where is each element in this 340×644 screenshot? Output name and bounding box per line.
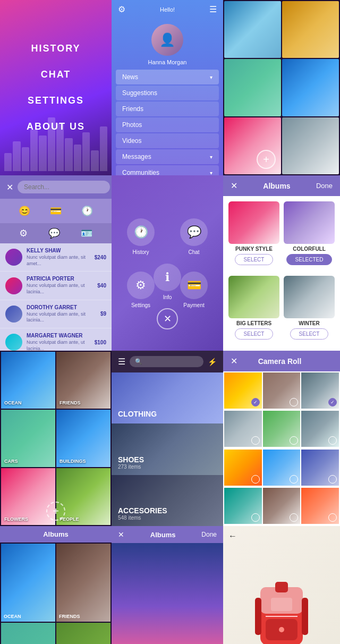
- add-category-button[interactable]: +: [46, 502, 65, 521]
- cat-flowers[interactable]: FLOWERS: [1, 468, 55, 525]
- cam-select-1[interactable]: ✓: [251, 398, 260, 406]
- cam-photo-2[interactable]: [263, 372, 301, 409]
- avatar: 👤: [151, 24, 183, 56]
- card-icon[interactable]: 💳: [50, 205, 62, 217]
- albums-close-icon[interactable]: ✕: [231, 181, 237, 191]
- cam-photo-6[interactable]: [301, 411, 339, 447]
- cat-cars[interactable]: CARS: [1, 410, 55, 467]
- cam-photo-5[interactable]: [263, 411, 301, 447]
- camera-close-icon[interactable]: ✕: [231, 356, 237, 366]
- cam-select-12[interactable]: [328, 513, 337, 522]
- clothing-panel: ☰ 🔍 ⚡ CLOTHING SHOES 273 items ACCESORIE…: [112, 351, 223, 526]
- back-arrow-icon[interactable]: ←: [228, 531, 237, 541]
- hamburger-icon[interactable]: ☰: [118, 357, 125, 367]
- cam-select-7[interactable]: [251, 475, 260, 484]
- menu-item-history[interactable]: HISTORY: [31, 43, 80, 54]
- clothing-item-accesories[interactable]: ACCESORIES 548 items: [112, 475, 223, 526]
- nav-item-videos[interactable]: Videos: [116, 133, 219, 148]
- cam-select-8[interactable]: [290, 475, 298, 484]
- cat-buildings[interactable]: BUILDINGS: [56, 410, 110, 467]
- album-thumb-punky[interactable]: [228, 201, 279, 244]
- album-select-winter[interactable]: SELECT: [290, 328, 329, 340]
- album-small-ocean[interactable]: OCEAN: [1, 544, 55, 622]
- clothing-item-clothing[interactable]: CLOTHING: [112, 372, 223, 423]
- nav-item-suggestions[interactable]: Suggestions: [116, 86, 219, 100]
- album-thumb-colorfull[interactable]: [284, 201, 335, 244]
- chat-icon[interactable]: 💬: [48, 227, 60, 239]
- nav-item-communities[interactable]: Communities ▾: [116, 165, 219, 175]
- photo-woman[interactable]: [282, 117, 339, 174]
- nav-item-news[interactable]: News ▾: [116, 70, 219, 84]
- albums-done-button[interactable]: Done: [316, 182, 333, 190]
- cam-select-3[interactable]: ✓: [328, 398, 337, 406]
- cam-photo-10[interactable]: [224, 488, 262, 524]
- cam-select-2[interactable]: [290, 398, 298, 406]
- photo-cherry[interactable]: +: [224, 117, 281, 174]
- msg-item-patricia[interactable]: PATRICIA PORTER Nunc volutpat diam ante,…: [0, 272, 112, 300]
- cam-photo-3[interactable]: ✓: [301, 372, 339, 409]
- cam-select-4[interactable]: [251, 436, 260, 445]
- cat-people[interactable]: PEOPLE: [56, 468, 110, 525]
- cam-photo-4[interactable]: [224, 411, 262, 447]
- clothing-item-shoes[interactable]: SHOES 273 items: [112, 423, 223, 474]
- album-small-cars[interactable]: [1, 623, 55, 645]
- cam-photo-8[interactable]: [263, 450, 301, 486]
- msg-item-margaret[interactable]: MARGARET WAGNER Nunc volutpat diam ante,…: [0, 328, 112, 351]
- smiley-icon[interactable]: 😊: [19, 205, 30, 217]
- sunset-done-button[interactable]: Done: [201, 531, 217, 538]
- chart-area: [0, 112, 112, 175]
- clock-icon[interactable]: 🕐: [81, 205, 93, 217]
- cam-photo-9[interactable]: [301, 450, 339, 486]
- menu-item-chat[interactable]: CHAT: [41, 69, 71, 80]
- album-select-punky[interactable]: SELECT: [235, 254, 274, 265]
- cam-select-6[interactable]: [328, 436, 337, 445]
- cat-ocean[interactable]: OCEAN: [1, 352, 55, 409]
- album-select-bigletters[interactable]: SELECT: [235, 328, 274, 340]
- clothing-search[interactable]: 🔍: [130, 356, 203, 367]
- settings-icon[interactable]: ⚙: [118, 4, 125, 14]
- album-thumb-bigletters[interactable]: [228, 276, 279, 318]
- photo-lines[interactable]: [282, 59, 339, 116]
- radial-chat[interactable]: 💬 Chat: [173, 215, 215, 258]
- filter-icon[interactable]: ⚡: [208, 358, 217, 366]
- gear-icon[interactable]: ⚙: [19, 227, 28, 239]
- photo-grid: +: [223, 0, 340, 175]
- add-photo-button[interactable]: +: [257, 150, 276, 169]
- cam-photo-7[interactable]: [224, 450, 262, 486]
- msg-item-dorothy[interactable]: DOROTHY GARRET Nunc volutpat diam ante, …: [0, 300, 112, 328]
- radial-history[interactable]: 🕐 History: [120, 215, 162, 258]
- photo-desert[interactable]: [282, 1, 339, 58]
- search-input[interactable]: [18, 181, 110, 193]
- id-icon[interactable]: 🪪: [81, 227, 92, 239]
- nav-item-messages[interactable]: Messages ▾: [116, 149, 219, 164]
- radial-menu-panel: 🕐 History 💬 Chat ⚙ Settings 💳 Payment ℹ …: [112, 175, 223, 351]
- radial-close-button[interactable]: ✕: [157, 308, 178, 329]
- cam-photo-12[interactable]: [301, 488, 339, 524]
- sunset-title: Albums: [150, 531, 176, 539]
- sunset-close-icon[interactable]: ✕: [118, 530, 124, 539]
- cam-select-11[interactable]: [290, 513, 298, 522]
- hamburger-icon[interactable]: ☰: [209, 4, 217, 14]
- album-small-friends[interactable]: FRIENDS: [56, 544, 110, 622]
- cam-select-9[interactable]: [328, 475, 337, 484]
- nav-item-friends[interactable]: Friends: [116, 101, 219, 116]
- cam-select-5[interactable]: [290, 436, 298, 445]
- menu-item-settings[interactable]: SETTINGS: [28, 95, 84, 106]
- radial-info[interactable]: ℹ Info: [154, 264, 181, 300]
- msg-item-kelly[interactable]: KELLY SHAW Nunc volutpat diam ante, sit …: [0, 243, 112, 272]
- cam-select-10[interactable]: [251, 513, 260, 522]
- cam-photo-1[interactable]: ✓: [224, 372, 262, 409]
- photo-ocean[interactable]: [224, 1, 281, 58]
- album-select-colorfull[interactable]: SELECTED: [286, 254, 333, 265]
- album-thumb-winter[interactable]: [284, 276, 335, 318]
- sunset-photo[interactable]: [112, 543, 223, 644]
- photo-van[interactable]: [224, 59, 281, 116]
- bar-10: [82, 132, 90, 171]
- cam-photo-11[interactable]: [263, 488, 301, 524]
- cat-friends[interactable]: FRIENDS: [56, 352, 110, 409]
- nav-item-photos[interactable]: Photos: [116, 117, 219, 132]
- close-icon[interactable]: ✕: [6, 182, 13, 192]
- album-small-4[interactable]: [56, 623, 110, 645]
- album-bigletters: BIG LETTERS SELECT: [228, 276, 279, 346]
- svg-point-7: [279, 627, 284, 632]
